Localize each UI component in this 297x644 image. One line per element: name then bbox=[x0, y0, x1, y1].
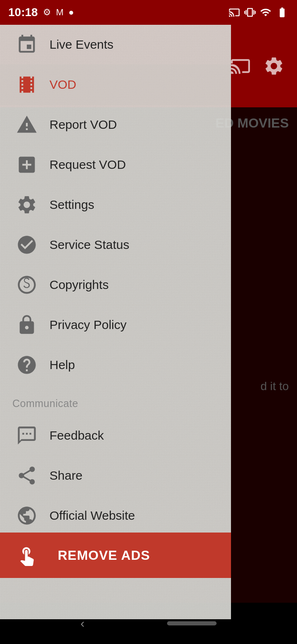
request-vod-label: Request VOD bbox=[50, 158, 126, 172]
remove-ads-label: REMOVE ADS bbox=[58, 548, 150, 563]
menu-item-report-vod[interactable]: Report VOD bbox=[0, 105, 231, 145]
menu-item-live-events[interactable]: Live Events bbox=[0, 25, 231, 65]
vibrate-icon bbox=[244, 7, 256, 18]
live-events-label: Live Events bbox=[50, 38, 113, 52]
remove-ads-button[interactable]: REMOVE ADS bbox=[0, 533, 231, 578]
menu-item-request-vod[interactable]: Request VOD bbox=[0, 145, 231, 185]
report-vod-label: Report VOD bbox=[50, 118, 117, 132]
communicate-section-header: Communicate bbox=[0, 385, 231, 416]
service-status-icon bbox=[12, 230, 41, 259]
nav-drawer: Live Events VOD Report VOD bbox=[0, 25, 231, 619]
settings-icon bbox=[12, 190, 41, 219]
remove-ads-icon bbox=[12, 541, 41, 570]
menu-item-service-status[interactable]: Service Status bbox=[0, 225, 231, 265]
service-status-label: Service Status bbox=[50, 238, 129, 252]
menu-item-privacy-policy[interactable]: Privacy Policy bbox=[0, 305, 231, 345]
cast-bg-icon bbox=[230, 56, 251, 76]
request-vod-icon bbox=[12, 150, 41, 179]
copyrights-label: Copyrights bbox=[50, 278, 108, 292]
status-left: 10:18 ⚙ M ● bbox=[8, 6, 74, 19]
menu-item-copyrights[interactable]: Copyrights bbox=[0, 265, 231, 305]
privacy-policy-label: Privacy Policy bbox=[50, 318, 127, 332]
dot-status-icon: ● bbox=[68, 7, 74, 18]
share-icon bbox=[12, 461, 41, 490]
vod-icon bbox=[12, 70, 41, 99]
live-events-icon bbox=[12, 30, 41, 59]
vod-label: VOD bbox=[50, 78, 76, 92]
drawer-content: Live Events VOD Report VOD bbox=[0, 25, 231, 536]
bg-middle-text: d it to bbox=[261, 380, 289, 393]
status-right bbox=[229, 7, 289, 18]
settings-status-icon: ⚙ bbox=[43, 7, 51, 18]
home-pill[interactable] bbox=[167, 621, 217, 625]
settings-bg-icon bbox=[263, 55, 285, 77]
official-website-label: Official Website bbox=[50, 509, 135, 523]
share-label: Share bbox=[50, 469, 82, 483]
menu-item-official-website[interactable]: Official Website bbox=[0, 496, 231, 536]
copyrights-icon bbox=[12, 270, 41, 299]
settings-label: Settings bbox=[50, 198, 94, 212]
help-label: Help bbox=[50, 358, 75, 372]
menu-item-help[interactable]: Help bbox=[0, 345, 231, 385]
menu-item-share[interactable]: Share bbox=[0, 456, 231, 496]
status-time: 10:18 bbox=[8, 6, 38, 19]
help-icon bbox=[12, 350, 41, 379]
cast-icon bbox=[229, 7, 240, 18]
feedback-icon bbox=[12, 421, 41, 450]
privacy-policy-icon bbox=[12, 310, 41, 339]
signal-icon bbox=[260, 7, 271, 18]
report-vod-icon bbox=[12, 110, 41, 139]
menu-item-settings[interactable]: Settings bbox=[0, 185, 231, 225]
gmail-status-icon: M bbox=[56, 7, 64, 18]
globe-icon bbox=[12, 501, 41, 530]
menu-item-feedback[interactable]: Feedback bbox=[0, 416, 231, 456]
feedback-label: Feedback bbox=[50, 429, 104, 443]
status-bar: 10:18 ⚙ M ● bbox=[0, 0, 297, 25]
menu-item-vod[interactable]: VOD bbox=[0, 65, 231, 105]
battery-icon bbox=[276, 7, 289, 18]
